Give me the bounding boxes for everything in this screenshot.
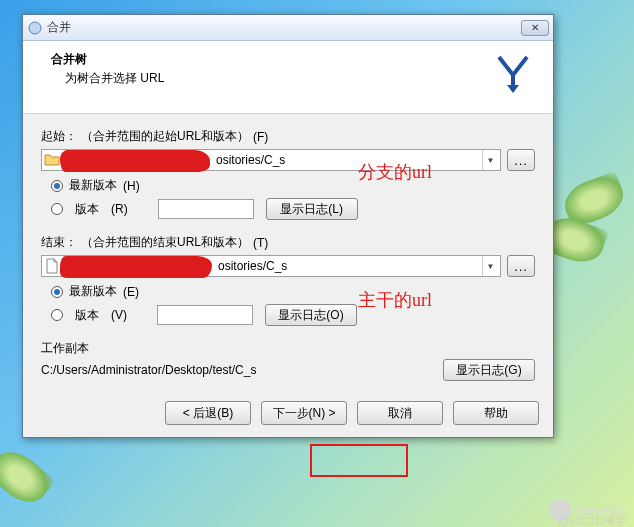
close-button[interactable]: ✕ [521, 20, 549, 36]
end-version-label: 版本 [75, 307, 99, 324]
end-browse-button[interactable]: ... [507, 255, 535, 277]
end-latest-label: 最新版本 [69, 283, 117, 300]
start-label-prefix: 起始： [41, 128, 77, 145]
next-button[interactable]: 下一步(N) > [261, 401, 347, 425]
end-label-prefix: 结束： [41, 234, 77, 251]
end-version-input[interactable] [157, 305, 253, 325]
window-title: 合并 [47, 19, 521, 36]
merge-logo-icon [489, 51, 537, 99]
start-version-radio[interactable] [51, 203, 63, 215]
header-subtitle: 为树合并选择 URL [65, 70, 489, 87]
content-area: 起始： （合并范围的起始URL和版本） (F) ositories/C_s ▼ … [23, 114, 553, 391]
file-icon [44, 258, 60, 274]
chevron-down-icon[interactable]: ▼ [482, 256, 498, 276]
footer-buttons: < 后退(B) 下一步(N) > 取消 帮助 [23, 391, 553, 437]
next-button-highlight [310, 444, 408, 477]
start-section-label: 起始： （合并范围的起始URL和版本） (F) [41, 128, 535, 145]
start-latest-radio[interactable] [51, 180, 63, 192]
header-title: 合并树 [51, 51, 489, 68]
annotation-trunk-url: 主干的url [358, 288, 432, 312]
start-url-combobox[interactable]: ositories/C_s ▼ [41, 149, 501, 171]
end-latest-radio-row: 最新版本 (E) [51, 283, 535, 300]
start-latest-radio-row: 最新版本 (H) [51, 177, 535, 194]
end-shortcut: (T) [253, 236, 268, 250]
start-version-label: 版本 [75, 201, 99, 218]
annotation-branch-url: 分支的url [358, 160, 432, 184]
wc-label: 工作副本 [41, 340, 535, 357]
start-browse-button[interactable]: ... [507, 149, 535, 171]
decorative-leaf [0, 442, 56, 511]
start-showlog-button[interactable]: 显示日志(L) [266, 198, 358, 220]
start-latest-shortcut: (H) [123, 179, 140, 193]
cancel-button[interactable]: 取消 [357, 401, 443, 425]
header-panel: 合并树 为树合并选择 URL [23, 41, 553, 114]
merge-dialog: 合并 ✕ 合并树 为树合并选择 URL 起始： （合并范围的起始URL和版本） … [22, 14, 554, 438]
end-version-shortcut: (V) [111, 308, 127, 322]
titlebar: 合并 ✕ [23, 15, 553, 41]
help-button[interactable]: 帮助 [453, 401, 539, 425]
end-url-combobox[interactable]: ositories/C_s ▼ [41, 255, 501, 277]
start-latest-label: 最新版本 [69, 177, 117, 194]
working-copy-section: 工作副本 C:/Users/Administrator/Desktop/test… [41, 340, 535, 381]
app-icon [27, 20, 43, 36]
svg-point-0 [29, 22, 41, 34]
redacted-area [60, 150, 210, 172]
end-latest-shortcut: (E) [123, 285, 139, 299]
end-latest-radio[interactable] [51, 286, 63, 298]
start-version-input[interactable] [158, 199, 254, 219]
end-showlog-button[interactable]: 显示日志(O) [265, 304, 357, 326]
start-shortcut: (F) [253, 130, 268, 144]
watermark-secondary: @51CTO博客 [558, 514, 626, 527]
redacted-area [60, 256, 212, 278]
start-label-text: （合并范围的起始URL和版本） [81, 128, 249, 145]
end-section-label: 结束： （合并范围的结束URL和版本） (T) [41, 234, 535, 251]
wc-showlog-button[interactable]: 显示日志(G) [443, 359, 535, 381]
start-version-shortcut: (R) [111, 202, 128, 216]
end-label-text: （合并范围的结束URL和版本） [81, 234, 249, 251]
wc-path: C:/Users/Administrator/Desktop/test/C_s [41, 363, 433, 377]
folder-icon [44, 152, 60, 168]
back-button[interactable]: < 后退(B) [165, 401, 251, 425]
end-version-radio[interactable] [51, 309, 63, 321]
chevron-down-icon[interactable]: ▼ [482, 150, 498, 170]
